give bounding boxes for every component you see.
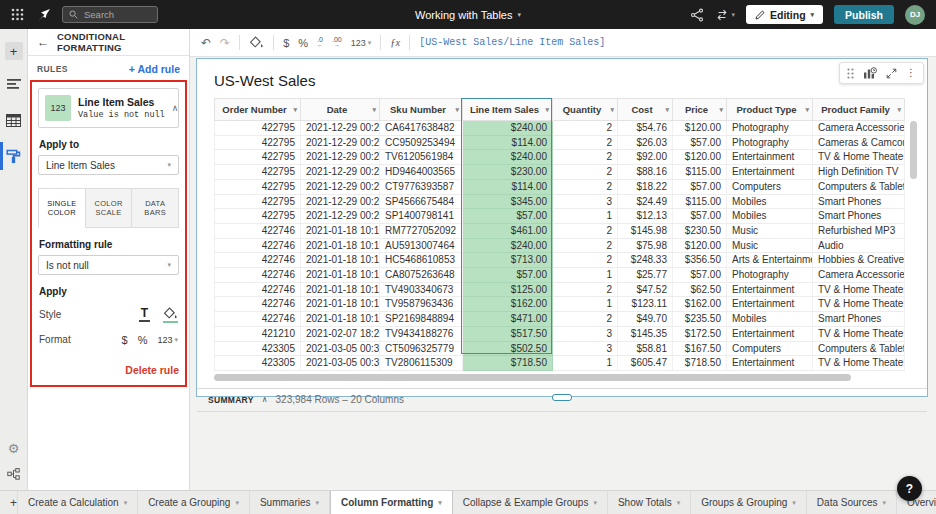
currency-format-icon[interactable]: $ bbox=[122, 334, 128, 346]
table-row[interactable]: 4227462021-01-18 10:19:55TV4903340673$12… bbox=[215, 282, 905, 297]
avatar[interactable]: DJ bbox=[905, 5, 925, 25]
drag-handle-icon[interactable] bbox=[847, 68, 854, 79]
column-header-cost[interactable]: Cost▾ bbox=[618, 99, 673, 121]
editing-mode-button[interactable]: Editing ▾ bbox=[746, 5, 823, 24]
column-menu-icon[interactable]: ▾ bbox=[545, 106, 549, 114]
table-row[interactable]: 4227462021-01-18 10:19:55AU5913007464$24… bbox=[215, 238, 905, 253]
table-row[interactable]: 4227952021-12-29 00:29:04CC9509253494$11… bbox=[215, 135, 905, 150]
table-row[interactable]: 4227952021-12-29 00:29:04SP4566675484$34… bbox=[215, 194, 905, 209]
column-menu-icon[interactable]: ▾ bbox=[293, 106, 297, 114]
element-resize-handle[interactable] bbox=[552, 394, 572, 401]
version-history-control[interactable]: ▾ bbox=[715, 9, 735, 21]
column-header-product-type[interactable]: Product Type▾ bbox=[727, 99, 813, 121]
element-chart-icon[interactable] bbox=[863, 67, 877, 79]
app-logo-icon[interactable] bbox=[35, 8, 51, 22]
chevron-down-icon[interactable]: ▾ bbox=[792, 499, 796, 507]
search-input[interactable]: Search bbox=[62, 6, 158, 23]
help-button[interactable]: ? bbox=[897, 476, 922, 501]
back-arrow-icon[interactable]: ← bbox=[37, 35, 49, 49]
table-element[interactable]: ⋮ US-West Sales Order Number▾Date▾Sku Nu… bbox=[196, 58, 928, 397]
column-menu-icon[interactable]: ▾ bbox=[805, 106, 809, 114]
kebab-menu-icon[interactable]: ⋮ bbox=[906, 68, 916, 78]
table-row[interactable]: 4227462021-01-18 10:19:55CA8075263648$57… bbox=[215, 268, 905, 283]
currency-format-icon[interactable]: $ bbox=[283, 37, 289, 49]
chevron-down-icon[interactable]: ▾ bbox=[593, 499, 597, 507]
percent-format-icon[interactable]: % bbox=[298, 37, 308, 49]
percent-format-icon[interactable]: % bbox=[138, 334, 148, 346]
column-header-sku-number[interactable]: Sku Number▾ bbox=[380, 99, 463, 121]
column-menu-icon[interactable]: ▾ bbox=[719, 106, 723, 114]
chevron-down-icon[interactable]: ▾ bbox=[124, 499, 128, 507]
table-row[interactable]: 4227952021-12-29 00:29:04CT9776393587$11… bbox=[215, 179, 905, 194]
table-row[interactable]: 4227462021-01-18 10:19:55RM7727052092$46… bbox=[215, 223, 905, 238]
fill-color-icon[interactable] bbox=[249, 36, 264, 49]
table-row[interactable]: 4227952021-12-29 00:29:04SP1400798141$57… bbox=[215, 209, 905, 224]
page-tab-column-formatting[interactable]: Column Formatting▾ bbox=[330, 491, 453, 514]
table-row[interactable]: 4233052021-03-05 00:32:48TV2806115309$71… bbox=[215, 356, 905, 371]
column-menu-icon[interactable]: ▾ bbox=[897, 106, 901, 114]
column-menu-icon[interactable]: ▾ bbox=[372, 106, 376, 114]
chevron-up-icon[interactable]: ∧ bbox=[262, 395, 268, 404]
lineage-icon[interactable] bbox=[7, 468, 20, 480]
decrease-decimal-icon[interactable]: .0 ← bbox=[317, 37, 323, 48]
document-title-menu[interactable]: Working with Tables ▾ bbox=[415, 9, 521, 21]
table-element-icon[interactable] bbox=[0, 108, 28, 132]
expand-icon[interactable] bbox=[886, 68, 897, 79]
add-page-button[interactable]: + bbox=[10, 496, 17, 510]
table-row[interactable]: 4212102021-02-07 18:29:25TV9434188276$51… bbox=[215, 326, 905, 341]
apply-to-select[interactable]: Line Item Sales ▾ bbox=[38, 155, 179, 175]
mode-tab-color-scale[interactable]: COLOR SCALE bbox=[86, 188, 133, 228]
gear-icon[interactable]: ⚙ bbox=[8, 441, 20, 456]
column-menu-icon[interactable]: ▾ bbox=[610, 106, 614, 114]
redo-icon[interactable]: ↷ bbox=[220, 36, 230, 50]
vertical-scrollbar[interactable] bbox=[910, 121, 917, 351]
page-tab-groups-grouping[interactable]: Groups & Grouping▾ bbox=[691, 491, 807, 514]
table-row[interactable]: 4227952021-12-29 00:29:04TV6120561984$24… bbox=[215, 150, 905, 165]
column-header-price[interactable]: Price▾ bbox=[673, 99, 727, 121]
mode-tab-single-color[interactable]: SINGLE COLOR bbox=[38, 188, 86, 228]
page-tab-summaries[interactable]: Summaries▾ bbox=[250, 491, 330, 514]
formatting-rule-select[interactable]: Is not null ▾ bbox=[38, 255, 179, 275]
add-element-button[interactable]: + bbox=[5, 42, 23, 60]
text-color-icon[interactable]: T bbox=[139, 307, 150, 322]
rule-card[interactable]: 123 Line Item Sales Value is not null ∧ bbox=[38, 88, 179, 128]
publish-button[interactable]: Publish bbox=[834, 5, 894, 24]
column-header-product-family[interactable]: Product Family▾ bbox=[813, 99, 905, 121]
horizontal-scrollbar[interactable] bbox=[214, 374, 919, 381]
share-icon[interactable] bbox=[690, 8, 704, 22]
vertical-scrollbar-thumb[interactable] bbox=[910, 121, 917, 179]
page-tab-collapse-example-groups[interactable]: Collapse & Example Groups▾ bbox=[453, 491, 608, 514]
chevron-up-icon[interactable]: ∧ bbox=[172, 103, 179, 113]
table-row[interactable]: 4227462021-01-18 10:19:55HC5468610853$71… bbox=[215, 253, 905, 268]
number-format-menu[interactable]: 123 ▾ bbox=[157, 335, 178, 345]
table-row[interactable]: 4227462021-01-18 10:19:55TV9587963436$16… bbox=[215, 297, 905, 312]
chevron-down-icon[interactable]: ▾ bbox=[316, 499, 320, 507]
chevron-down-icon[interactable]: ▾ bbox=[882, 499, 886, 507]
chevron-down-icon[interactable]: ▾ bbox=[677, 499, 681, 507]
horizontal-scrollbar-thumb[interactable] bbox=[214, 374, 851, 381]
format-panel-icon[interactable] bbox=[0, 72, 28, 96]
column-header-quantity[interactable]: Quantity▾ bbox=[553, 99, 618, 121]
table-row[interactable]: 4227952021-12-29 00:29:04CA6417638482$24… bbox=[215, 121, 905, 136]
page-tab-create-a-calculation[interactable]: Create a Calculation▾ bbox=[17, 491, 138, 514]
mode-tab-data-bars[interactable]: DATA BARS bbox=[132, 188, 179, 228]
chevron-down-icon[interactable]: ▾ bbox=[235, 499, 239, 507]
number-format-menu[interactable]: 123 ▾ bbox=[351, 38, 372, 48]
table-row[interactable]: 4227952021-12-29 00:29:04HD9464003565$23… bbox=[215, 165, 905, 180]
page-tab-create-a-grouping[interactable]: Create a Grouping▾ bbox=[138, 491, 250, 514]
table-row[interactable]: 4227462021-01-18 10:19:55SP2169848894$47… bbox=[215, 312, 905, 327]
conditional-formatting-tool-icon[interactable] bbox=[0, 144, 28, 168]
formula-input[interactable]: [US-West Sales/Line Item Sales] bbox=[419, 37, 605, 48]
undo-icon[interactable]: ↶ bbox=[201, 36, 211, 50]
add-rule-button[interactable]: + Add rule bbox=[129, 63, 180, 75]
chevron-down-icon[interactable]: ▾ bbox=[438, 499, 442, 507]
column-header-date[interactable]: Date▾ bbox=[301, 99, 380, 121]
column-menu-icon[interactable]: ▾ bbox=[455, 106, 459, 114]
page-tab-show-totals[interactable]: Show Totals▾ bbox=[608, 491, 691, 514]
increase-decimal-icon[interactable]: .00 → bbox=[332, 37, 342, 48]
column-menu-icon[interactable]: ▾ bbox=[665, 106, 669, 114]
apps-grid-icon[interactable] bbox=[11, 8, 24, 21]
column-header-line-item-sales[interactable]: Line Item Sales▾ bbox=[463, 99, 553, 121]
column-header-order-number[interactable]: Order Number▾ bbox=[215, 99, 301, 121]
page-tab-data-sources[interactable]: Data Sources▾ bbox=[807, 491, 897, 514]
